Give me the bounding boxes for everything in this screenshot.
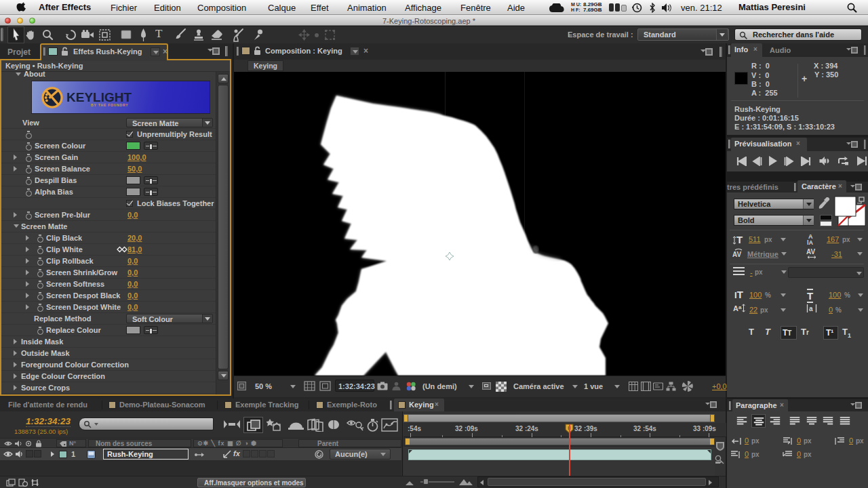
svg-text:a: a [809, 305, 813, 312]
svg-text:a: a [738, 304, 742, 310]
svg-text:AV: AV [806, 248, 815, 256]
svg-text:lA: lA [807, 239, 814, 246]
svg-text:AV: AV [732, 251, 741, 258]
svg-text:A: A [733, 304, 738, 312]
